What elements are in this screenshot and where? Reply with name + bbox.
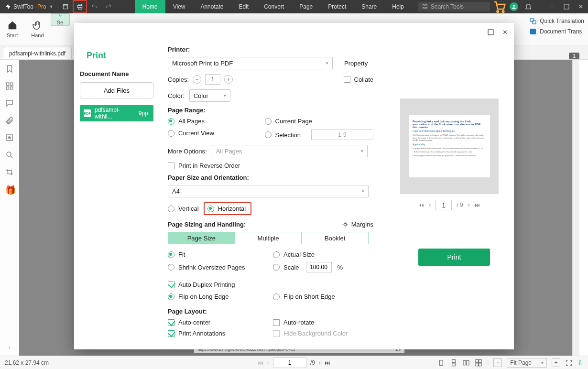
quick-translation-button[interactable]: Quick Translation [529, 17, 584, 25]
auto-duplex-checkbox[interactable] [168, 282, 174, 288]
dialog-body: ✕ Printer: Microsoft Print to PDF▾ Prope… [158, 23, 514, 349]
thumbnails-icon[interactable] [5, 82, 14, 90]
copies-decrement[interactable]: − [193, 75, 201, 84]
dialog-close-icon[interactable]: ✕ [501, 28, 509, 36]
page-badge: 1 [569, 53, 579, 59]
more-options-select[interactable]: All Pages▾ [212, 145, 368, 157]
horizontal-radio[interactable] [207, 206, 214, 212]
current-page-radio[interactable] [265, 118, 272, 125]
collate-checkbox[interactable] [344, 76, 350, 83]
flip-short-radio[interactable] [273, 293, 280, 300]
actual-size-label: Actual Size [283, 251, 315, 258]
menu-page[interactable]: Page [292, 0, 320, 13]
color-value: Color [194, 92, 208, 99]
preview-page-input[interactable] [436, 200, 452, 210]
pin-icon[interactable]: ⇩ [577, 359, 583, 367]
add-files-button[interactable]: Add Files [80, 82, 153, 98]
status-next-icon[interactable]: › [319, 359, 321, 366]
shrink-radio[interactable] [168, 264, 174, 271]
menu-help[interactable]: Help [384, 0, 412, 13]
flip-long-radio[interactable] [168, 293, 174, 300]
copies-input[interactable] [205, 74, 220, 85]
status-prev-icon[interactable]: ‹ [267, 359, 269, 366]
last-page-icon[interactable]: ⏭ [475, 202, 480, 208]
redo-icon[interactable] [101, 0, 116, 13]
search-icon[interactable] [5, 151, 14, 159]
main-menu: Home View Annotate Edit Convert Page Pro… [135, 0, 412, 13]
menu-protect[interactable]: Protect [320, 0, 354, 13]
selection-range-input[interactable] [311, 130, 373, 140]
collapse-sidebar-icon[interactable]: ‹ [9, 344, 11, 351]
ribbon-select[interactable]: Se [51, 13, 70, 26]
scale-input[interactable] [306, 262, 332, 272]
file-list-item[interactable]: PDF pdfsampl-withli... 9pp. [80, 105, 153, 121]
prev-page-icon[interactable]: ‹ [429, 202, 431, 208]
search-tools-input[interactable]: Search Tools [418, 2, 490, 11]
print-button[interactable]: Print [418, 249, 490, 266]
tab-booklet[interactable]: Booklet [302, 232, 368, 244]
app-brand[interactable]: SwifToo-Pro ▼ [0, 3, 58, 10]
scale-radio[interactable] [273, 264, 280, 271]
close-icon[interactable]: ✕ [574, 0, 588, 13]
document-tab[interactable]: pdfsampl-withlinks.pdf [3, 47, 72, 59]
cart-icon[interactable] [492, 0, 507, 13]
status-page-input[interactable] [273, 358, 306, 368]
auto-center-checkbox[interactable] [168, 319, 174, 326]
menu-convert[interactable]: Convert [256, 0, 292, 13]
printer-select[interactable]: Microsoft Print to PDF▾ [168, 57, 333, 69]
view-continuous-icon[interactable] [450, 359, 457, 367]
dialog-maximize-icon[interactable] [486, 28, 495, 36]
zoom-in-button[interactable]: + [552, 358, 560, 367]
attachment-icon[interactable] [5, 116, 14, 125]
print-icon[interactable] [73, 0, 87, 13]
bell-icon[interactable] [521, 0, 535, 13]
menu-share[interactable]: Share [354, 0, 384, 13]
zoom-out-button[interactable]: − [493, 358, 502, 367]
margins-button[interactable]: Margins [342, 221, 373, 228]
status-first-icon[interactable]: ⏮ [258, 359, 263, 366]
word-icon[interactable] [5, 133, 14, 142]
gift-icon[interactable]: 🎁 [5, 185, 14, 194]
ribbon-hand[interactable]: Hand [24, 13, 50, 45]
view-single-icon[interactable] [437, 359, 445, 367]
menu-annotate[interactable]: Annotate [193, 0, 231, 13]
maximize-icon[interactable] [559, 0, 574, 13]
user-avatar[interactable] [507, 0, 521, 13]
status-page-nav: ⏮ ‹ /9 › ⏭ [258, 358, 330, 368]
save-icon[interactable] [58, 0, 73, 13]
selection-radio[interactable] [265, 131, 272, 138]
first-page-icon[interactable]: ⏮ [418, 202, 424, 208]
crop-icon[interactable] [5, 168, 14, 176]
undo-icon[interactable] [87, 0, 101, 13]
tab-page-size[interactable]: Page Size [168, 232, 235, 244]
ribbon-start[interactable]: Start [0, 13, 24, 45]
minimize-icon[interactable]: ─ [545, 0, 559, 13]
actual-size-radio[interactable] [273, 251, 280, 258]
status-last-icon[interactable]: ⏭ [325, 359, 330, 366]
app-logo-icon [5, 3, 11, 10]
color-select[interactable]: Color▾ [189, 89, 230, 102]
menu-home[interactable]: Home [135, 0, 165, 13]
zoom-select[interactable]: Fit Page▾ [507, 358, 547, 368]
document-trans-button[interactable]: Document Trans [529, 28, 584, 35]
fullscreen-icon[interactable] [565, 359, 573, 367]
view-facing-icon[interactable] [462, 359, 470, 367]
auto-rotate-checkbox[interactable] [273, 319, 280, 326]
fit-radio[interactable] [168, 251, 174, 258]
tab-multiple[interactable]: Multiple [235, 232, 302, 244]
comment-icon[interactable] [5, 99, 14, 108]
vertical-radio[interactable] [168, 206, 174, 212]
property-link[interactable]: Property [344, 60, 368, 67]
next-page-icon[interactable]: › [468, 202, 470, 208]
copies-increment[interactable]: + [224, 75, 233, 84]
paper-size-select[interactable]: A4▾ [168, 185, 369, 197]
bookmark-icon[interactable] [5, 65, 14, 73]
all-pages-radio[interactable] [168, 118, 174, 125]
menu-view[interactable]: View [165, 0, 193, 13]
hide-background-checkbox[interactable] [273, 330, 280, 337]
current-view-radio[interactable] [168, 130, 174, 137]
view-facing-continuous-icon[interactable] [475, 359, 482, 367]
menu-edit[interactable]: Edit [231, 0, 256, 13]
reverse-order-checkbox[interactable] [168, 163, 174, 169]
print-annotations-checkbox[interactable] [168, 330, 174, 337]
